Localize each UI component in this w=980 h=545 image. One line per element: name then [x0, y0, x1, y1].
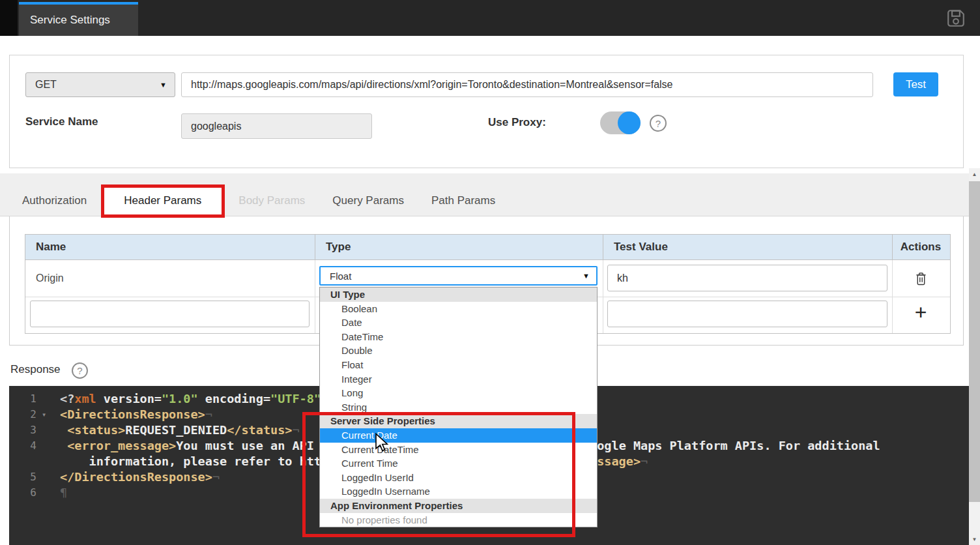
table-header-row: NameTypeTest ValueActions [25, 235, 950, 260]
dropdown-option[interactable]: Date [320, 316, 597, 330]
dropdown-option[interactable]: Double [320, 344, 597, 358]
tab-query-params[interactable]: Query Params [321, 185, 416, 216]
response-help-icon[interactable]: ? [72, 362, 88, 379]
param-name-value: Origin [25, 260, 315, 297]
dropdown-option[interactable]: LoggedIn Username [320, 484, 597, 499]
tab-path-params[interactable]: Path Params [420, 185, 507, 216]
plus-icon: + [915, 301, 927, 325]
code-text: <DirectionsResponse>¬ [60, 407, 212, 422]
dropdown-option[interactable]: LoggedIn UserId [320, 471, 597, 485]
service-settings-tab-label: Service Settings [30, 14, 110, 27]
save-button[interactable] [945, 7, 967, 29]
param-tabs: AuthorizationHeader ParamsBody ParamsQue… [0, 173, 969, 216]
fold-icon[interactable]: ▾ [36, 407, 60, 422]
request-form-panel: GET ▼ Test Service Name Use Proxy: ? [9, 55, 964, 168]
proxy-help-icon[interactable]: ? [650, 115, 667, 132]
dropdown-option[interactable]: Current Time [320, 456, 597, 471]
scrollbar-thumb[interactable] [969, 181, 980, 502]
gutter-spacer [36, 422, 60, 438]
new-param-name-input[interactable] [30, 301, 310, 327]
gutter-spacer [36, 438, 60, 454]
response-label: Response [10, 363, 61, 376]
line-number: 1 [9, 391, 36, 407]
column-header: Name [25, 235, 315, 259]
line-number: 2 [9, 407, 36, 422]
tab-authorization[interactable]: Authorization [10, 185, 98, 216]
dropdown-option[interactable]: Long [320, 386, 597, 400]
code-text: <?xml version="1.0" encoding="UTF-8"?> [60, 391, 336, 407]
dropdown-option[interactable]: Current DateTime [320, 443, 597, 457]
trash-icon [915, 271, 927, 286]
column-header: Actions [893, 235, 949, 259]
test-button[interactable]: Test [893, 72, 938, 96]
line-number: 6 [9, 485, 36, 501]
tab-service-settings[interactable]: Service Settings [19, 2, 138, 36]
dropdown-group-header: Server Side Properties [320, 414, 597, 428]
service-settings-screen: Service Settings GET ▼ Test Service Name… [0, 0, 980, 545]
line-number: 3 [9, 422, 36, 438]
use-proxy-toggle[interactable] [600, 111, 641, 134]
save-icon [946, 8, 966, 29]
chevron-down-icon: ▼ [583, 272, 590, 280]
scroll-up-arrow-icon[interactable]: ▲ [969, 168, 980, 180]
tab-header-params[interactable]: Header Params [102, 185, 223, 216]
scroll-down-arrow-icon[interactable]: ▼ [969, 534, 980, 545]
top-bar: Service Settings [0, 0, 980, 36]
gutter-spacer [36, 454, 60, 469]
dropdown-option[interactable]: String [320, 400, 597, 415]
line-number: 4 [9, 438, 36, 454]
dropdown-option[interactable]: Integer [320, 372, 597, 387]
param-type-value: Float [330, 271, 351, 282]
dropdown-group-header: UI Type [320, 287, 597, 302]
type-dropdown-list: UI TypeBooleanDateDateTimeDoubleFloatInt… [319, 287, 598, 527]
code-text: <status>REQUEST_DENIED</status>¬ [60, 422, 300, 438]
use-proxy-label: Use Proxy: [488, 116, 546, 129]
line-number: 5 [9, 469, 36, 485]
param-type-select[interactable]: Float ▼ [319, 266, 598, 286]
gutter-spacer [36, 469, 60, 485]
dropdown-group-header: App Environment Properties [320, 499, 597, 513]
code-text: ¶ [60, 485, 67, 501]
dropdown-option[interactable]: Current Date [320, 428, 597, 443]
window-edge-strip [0, 0, 18, 36]
dropdown-option[interactable]: Boolean [320, 302, 597, 316]
http-method-value: GET [35, 79, 57, 91]
dropdown-option[interactable]: Float [320, 358, 597, 372]
new-param-test-value-input[interactable] [607, 301, 887, 327]
add-param-button[interactable]: + [903, 297, 938, 328]
column-header: Test Value [603, 235, 893, 259]
tab-body-params[interactable]: Body Params [227, 185, 317, 216]
dropdown-option[interactable]: DateTime [320, 330, 597, 344]
service-name-label: Service Name [25, 115, 98, 128]
delete-param-button[interactable] [903, 263, 938, 294]
page-scrollbar[interactable]: ▲ ▼ [969, 168, 980, 545]
column-header: Type [315, 235, 603, 259]
chevron-down-icon: ▼ [160, 81, 167, 89]
service-name-input[interactable] [181, 113, 372, 139]
gutter-spacer [36, 485, 60, 501]
line-number [9, 454, 36, 469]
dropdown-empty-text: No properties found [320, 513, 597, 527]
toggle-knob [618, 111, 641, 134]
http-method-select[interactable]: GET ▼ [25, 72, 175, 97]
service-url-input[interactable] [181, 72, 873, 97]
gutter-spacer [36, 391, 60, 407]
code-text: </DirectionsResponse>¬ [60, 469, 220, 485]
test-value-input[interactable] [607, 265, 887, 291]
